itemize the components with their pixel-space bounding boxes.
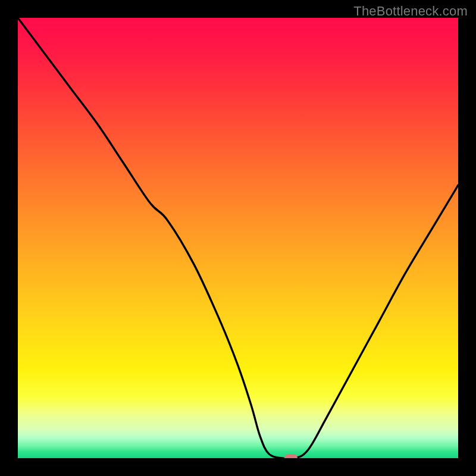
chart-frame: TheBottleneck.com [0, 0, 476, 476]
plot-area [18, 18, 458, 458]
optimal-point-marker [284, 454, 298, 458]
watermark-text: TheBottleneck.com [353, 4, 468, 19]
svg-rect-0 [18, 18, 458, 458]
background-gradient [18, 18, 458, 458]
